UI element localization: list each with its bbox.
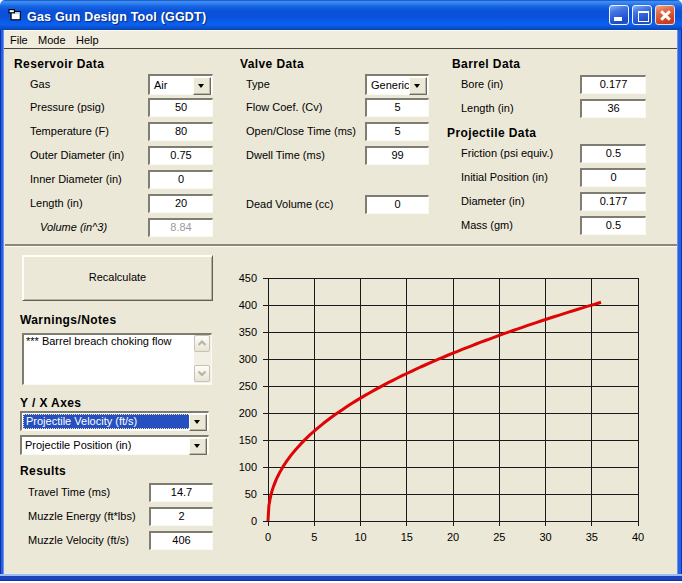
svg-text:35: 35 bbox=[586, 531, 598, 543]
svg-text:100: 100 bbox=[239, 461, 257, 473]
svg-text:10: 10 bbox=[354, 531, 366, 543]
svg-text:450: 450 bbox=[239, 272, 257, 284]
svg-text:400: 400 bbox=[239, 299, 257, 311]
svg-text:30: 30 bbox=[539, 531, 551, 543]
svg-text:200: 200 bbox=[239, 407, 257, 419]
svg-text:250: 250 bbox=[239, 380, 257, 392]
svg-text:20: 20 bbox=[447, 531, 459, 543]
svg-text:350: 350 bbox=[239, 326, 257, 338]
svg-text:150: 150 bbox=[239, 434, 257, 446]
svg-text:5: 5 bbox=[311, 531, 317, 543]
svg-text:0: 0 bbox=[251, 515, 257, 527]
svg-text:40: 40 bbox=[632, 531, 644, 543]
svg-text:50: 50 bbox=[245, 488, 257, 500]
svg-text:25: 25 bbox=[493, 531, 505, 543]
svg-text:15: 15 bbox=[401, 531, 413, 543]
svg-text:300: 300 bbox=[239, 353, 257, 365]
svg-text:0: 0 bbox=[265, 531, 271, 543]
